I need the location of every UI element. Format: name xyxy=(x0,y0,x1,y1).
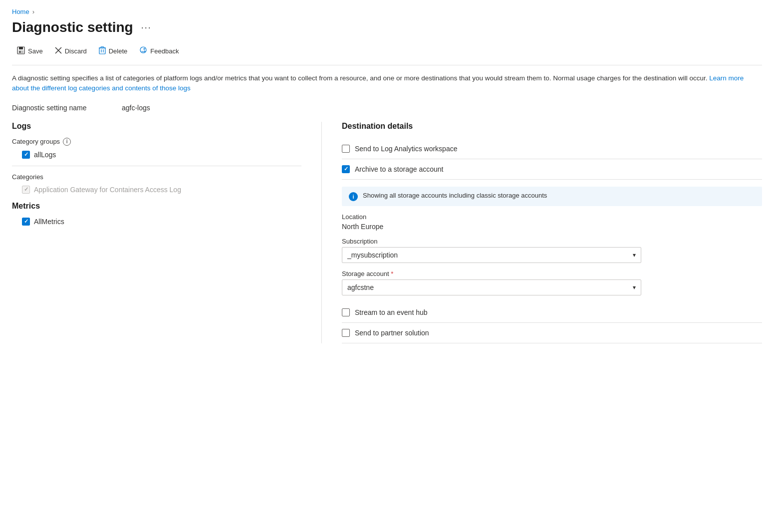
categories-label: Categories xyxy=(12,173,301,181)
storage-required-star: * xyxy=(391,270,393,277)
discard-icon xyxy=(55,47,62,55)
all-logs-checkbox[interactable] xyxy=(22,151,30,159)
svg-rect-8 xyxy=(101,47,104,48)
setting-name-row: Diagnostic setting name agfc-logs xyxy=(12,104,762,112)
all-logs-label: allLogs xyxy=(34,151,56,159)
event-hub-item: Stream to an event hub xyxy=(342,302,762,323)
breadcrumb: Home › xyxy=(12,8,762,15)
description-text: A diagnostic setting specifies a list of… xyxy=(12,74,707,82)
all-metrics-label: AllMetrics xyxy=(34,218,64,226)
feedback-button[interactable]: Feedback xyxy=(134,43,184,59)
storage-account-dropdown[interactable]: agfcstne ▾ xyxy=(342,279,641,295)
log-analytics-label: Send to Log Analytics workspace xyxy=(355,145,457,153)
setting-name-label: Diagnostic setting name xyxy=(12,104,112,112)
logs-divider xyxy=(12,166,301,166)
subscription-value: _mysubscription xyxy=(347,251,398,259)
archive-storage-label: Archive to a storage account xyxy=(355,165,443,173)
feedback-label: Feedback xyxy=(150,47,179,55)
save-label: Save xyxy=(28,47,43,55)
partner-solution-item: Send to partner solution xyxy=(342,323,762,343)
delete-button[interactable]: Delete xyxy=(94,43,133,59)
storage-account-label: Storage account * xyxy=(342,270,762,277)
delete-icon xyxy=(99,46,106,56)
app-gateway-label: Application Gateway for Containers Acces… xyxy=(34,186,181,194)
partner-solution-checkbox[interactable] xyxy=(342,329,350,337)
all-metrics-checkbox-item: AllMetrics xyxy=(22,218,301,226)
home-link[interactable]: Home xyxy=(12,8,29,15)
logs-section-title: Logs xyxy=(12,122,301,131)
storage-account-dropdown-arrow: ▾ xyxy=(633,284,636,291)
category-groups-info-icon[interactable]: i xyxy=(63,138,71,146)
svg-rect-3 xyxy=(19,51,20,53)
location-field: Location North Europe xyxy=(342,213,762,231)
all-logs-checkbox-item: allLogs xyxy=(22,151,301,159)
right-panel: Destination details Send to Log Analytic… xyxy=(321,122,762,343)
location-value: North Europe xyxy=(342,223,762,231)
discard-button[interactable]: Discard xyxy=(50,44,92,58)
all-metrics-checkbox[interactable] xyxy=(22,218,30,226)
svg-rect-1 xyxy=(19,47,23,49)
event-hub-checkbox[interactable] xyxy=(342,308,350,316)
location-label: Location xyxy=(342,213,762,221)
info-icon: i xyxy=(349,192,358,201)
category-groups-label: Category groups i xyxy=(12,138,301,146)
log-analytics-item: Send to Log Analytics workspace xyxy=(342,139,762,159)
svg-point-12 xyxy=(144,48,145,50)
info-banner-text: Showing all storage accounts including c… xyxy=(363,192,547,199)
subscription-label: Subscription xyxy=(342,238,762,245)
storage-info-banner: i Showing all storage accounts including… xyxy=(342,187,762,206)
metrics-section-title: Metrics xyxy=(12,202,301,211)
destination-section-title: Destination details xyxy=(342,122,762,131)
archive-storage-checkbox[interactable] xyxy=(342,165,350,173)
svg-rect-2 xyxy=(18,50,23,53)
archive-storage-item: Archive to a storage account xyxy=(342,159,762,180)
feedback-icon xyxy=(139,46,147,56)
app-gateway-checkbox-item: Application Gateway for Containers Acces… xyxy=(22,186,301,194)
left-panel: Logs Category groups i allLogs Categorie… xyxy=(12,122,321,343)
save-icon xyxy=(17,46,25,56)
storage-account-value: agfcstne xyxy=(347,283,374,291)
svg-rect-6 xyxy=(99,48,105,54)
toolbar: Save Discard Delete xyxy=(12,43,762,65)
page-title: Diagnostic setting xyxy=(12,19,133,35)
event-hub-label: Stream to an event hub xyxy=(355,308,428,316)
description: A diagnostic setting specifies a list of… xyxy=(12,73,762,94)
save-button[interactable]: Save xyxy=(12,43,48,59)
setting-name-value: agfc-logs xyxy=(122,104,150,112)
delete-label: Delete xyxy=(109,47,128,55)
partner-solution-label: Send to partner solution xyxy=(355,329,429,337)
breadcrumb-separator: › xyxy=(32,8,34,15)
subscription-dropdown[interactable]: _mysubscription ▾ xyxy=(342,247,641,263)
subscription-dropdown-arrow: ▾ xyxy=(633,252,636,259)
discard-label: Discard xyxy=(65,47,87,55)
log-analytics-checkbox[interactable] xyxy=(342,145,350,153)
subscription-field: Subscription _mysubscription ▾ xyxy=(342,238,762,263)
app-gateway-checkbox[interactable] xyxy=(22,186,30,194)
more-options-button[interactable]: ··· xyxy=(138,21,155,34)
storage-account-field: Storage account * agfcstne ▾ xyxy=(342,270,762,295)
metrics-section: Metrics AllMetrics xyxy=(12,202,301,226)
